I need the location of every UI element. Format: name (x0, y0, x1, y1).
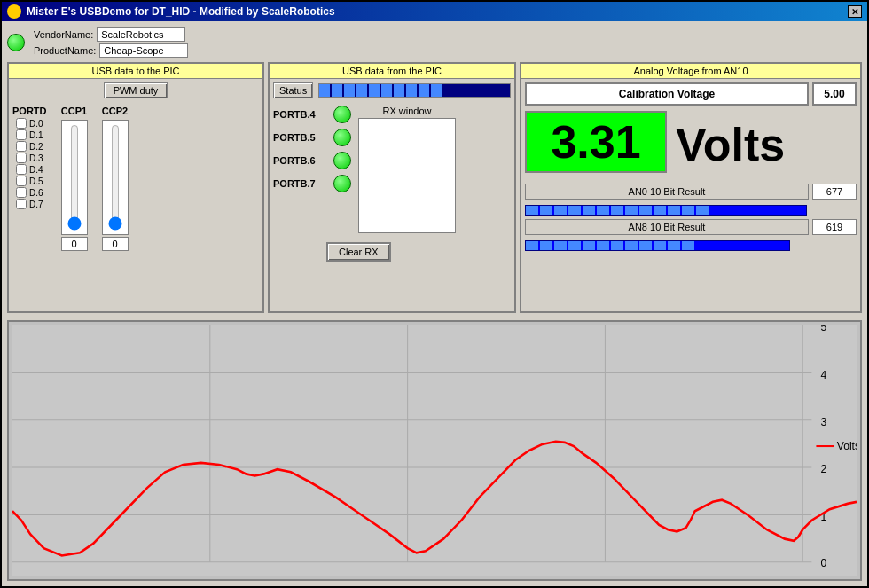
progress-seg (381, 84, 392, 97)
chart-area: 5 4 3 2 1 0 Volts (7, 320, 862, 582)
an0-progress-bar (525, 205, 807, 216)
main-content: VendorName: ScaleRobotics ProductName: C… (2, 21, 867, 586)
ccp2-value: 0 (102, 237, 129, 251)
portb7-row: PORTB.7 (273, 175, 351, 192)
ccp1-slider[interactable] (66, 124, 83, 231)
portd-bit6-checkbox[interactable] (16, 187, 27, 198)
ccp1-slider-container (61, 120, 88, 235)
svg-text:Volts: Volts (837, 440, 857, 452)
portd-bit4: D.4 (16, 164, 43, 175)
progress-seg (419, 84, 429, 97)
pwm-label: PWM duty (104, 82, 168, 98)
portd-checkboxes: D.0 D.1 D.2 D.3 (16, 118, 43, 209)
app-icon (7, 4, 21, 19)
portd-bit7-checkbox[interactable] (16, 199, 27, 209)
ports-row: PORTD D.0 D.1 D.2 (12, 106, 259, 251)
portd-section: PORTD D.0 D.1 D.2 (12, 106, 47, 209)
rx-textarea[interactable] (358, 118, 456, 233)
top-bar: VendorName: ScaleRobotics ProductName: C… (7, 27, 862, 59)
portd-bit0: D.0 (16, 118, 43, 129)
portb-and-rx: PORTB.4 PORTB.5 PORTB.6 (273, 106, 511, 233)
pwm-section: PWM duty (12, 82, 259, 102)
rx-section: RX window (358, 106, 456, 233)
chart-svg: 5 4 3 2 1 0 Volts (12, 325, 857, 576)
progress-seg (344, 84, 355, 97)
portb4-row: PORTB.4 (273, 106, 351, 123)
portb-rows: PORTB.4 PORTB.5 PORTB.6 (273, 106, 351, 226)
status-progress-bar (318, 83, 511, 98)
portd-bit1-checkbox[interactable] (16, 129, 27, 140)
left-panel-header: USB data to the PIC (9, 64, 262, 79)
right-panel-content: Calibration Voltage 5.00 3.31 Volts AN0 … (521, 79, 860, 311)
portd-bit5-checkbox[interactable] (16, 176, 27, 186)
an8-progress-bar (525, 240, 790, 251)
cal-voltage-label: Calibration Voltage (525, 82, 809, 106)
portb6-row: PORTB.6 (273, 152, 351, 169)
vendor-name-value: ScaleRobotics (97, 27, 185, 42)
mid-panel: USB data from the PIC Status (268, 62, 516, 313)
an0-value: 677 (812, 184, 857, 200)
ccp2-slider[interactable] (106, 124, 124, 231)
ccp2-slider-container (102, 120, 129, 235)
portb4-led (333, 106, 351, 123)
progress-seg (394, 84, 404, 97)
panels-row: USB data to the PIC PWM duty PORTD D.0 (7, 62, 862, 313)
ccp1-label: CCP1 (61, 106, 87, 116)
clear-rx-button[interactable]: Clear RX (326, 242, 391, 262)
volts-unit-label: Volts (676, 118, 785, 171)
ccp2-label: CCP2 (102, 106, 128, 116)
calibration-row: Calibration Voltage 5.00 (525, 82, 857, 106)
portd-bit2: D.2 (16, 141, 43, 152)
portd-bit7: D.7 (16, 199, 43, 209)
svg-text:4: 4 (820, 368, 826, 380)
an8-row: AN8 10 Bit Result 619 (525, 219, 857, 235)
window-title: Mister E's USBDemo for DT_HID - Modified… (27, 5, 335, 18)
portb7-label: PORTB.7 (273, 178, 326, 189)
progress-seg (332, 84, 342, 97)
mid-panel-header: USB data from the PIC (270, 64, 514, 79)
portd-bit1: D.1 (16, 129, 43, 140)
ccp2-section: CCP2 0 (102, 106, 129, 251)
vendor-name-row: VendorName: ScaleRobotics (34, 27, 188, 42)
status-label: Status (273, 82, 313, 98)
product-name-row: ProductName: Cheap-Scope (34, 43, 188, 58)
progress-seg (356, 84, 367, 97)
clear-rx-container: Clear RX (273, 239, 511, 262)
close-button[interactable]: ✕ (848, 5, 862, 18)
portd-bit6: D.6 (16, 187, 43, 198)
progress-seg (319, 84, 330, 97)
portd-bit2-checkbox[interactable] (16, 141, 27, 152)
svg-text:5: 5 (820, 325, 826, 333)
voltage-number: 3.31 (551, 119, 640, 165)
ccp1-value: 0 (61, 237, 88, 251)
left-panel-content: PWM duty PORTD D.0 D.1 (9, 79, 262, 311)
product-name-value: Cheap-Scope (99, 43, 188, 58)
portb6-led (333, 152, 351, 169)
portd-bit0-checkbox[interactable] (16, 118, 27, 129)
svg-rect-0 (12, 325, 857, 576)
portb7-led (333, 175, 351, 192)
portb4-label: PORTB.4 (273, 109, 326, 120)
status-led (7, 34, 25, 51)
portd-bit4-checkbox[interactable] (16, 164, 27, 175)
left-panel: USB data to the PIC PWM duty PORTD D.0 (7, 62, 264, 313)
portd-bit5: D.5 (16, 176, 43, 186)
portd-bit3-checkbox[interactable] (16, 153, 27, 163)
progress-seg (369, 84, 380, 97)
an8-label: AN8 10 Bit Result (525, 219, 809, 235)
progress-seg (406, 84, 417, 97)
svg-text:3: 3 (820, 415, 826, 427)
an8-value: 619 (812, 219, 857, 235)
mid-panel-content: Status (270, 79, 514, 311)
an-section: AN0 10 Bit Result 677 (525, 184, 857, 251)
svg-text:0: 0 (820, 556, 826, 568)
portb6-label: PORTB.6 (273, 155, 326, 166)
portd-bit3: D.3 (16, 153, 43, 163)
cal-voltage-value: 5.00 (812, 82, 857, 106)
progress-seg (431, 84, 442, 97)
title-bar-left: Mister E's USBDemo for DT_HID - Modified… (7, 4, 335, 19)
product-name-label: ProductName: (34, 45, 96, 56)
main-window: Mister E's USBDemo for DT_HID - Modified… (0, 0, 869, 588)
title-bar: Mister E's USBDemo for DT_HID - Modified… (2, 2, 867, 21)
portb5-led (333, 129, 351, 146)
